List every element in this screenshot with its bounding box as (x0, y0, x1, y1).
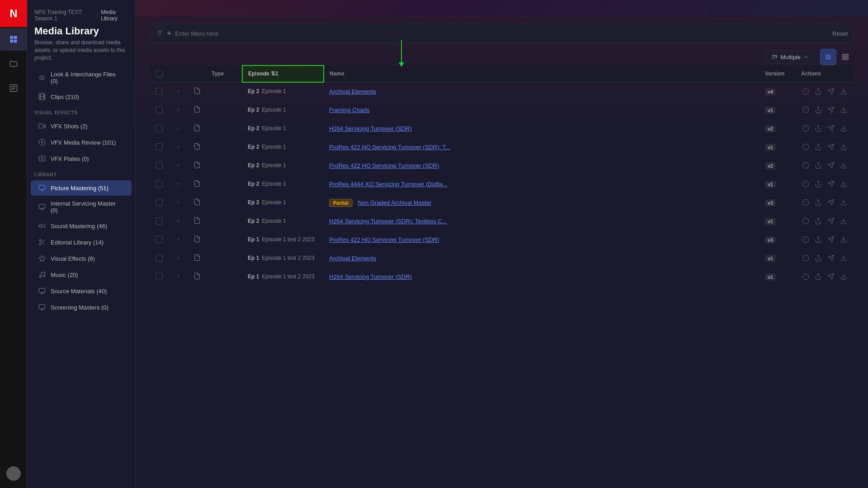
share-button-7[interactable] (814, 198, 823, 207)
download-button-7[interactable] (839, 198, 848, 207)
select-all-checkbox[interactable] (156, 70, 163, 77)
row-checkbox-2[interactable] (156, 106, 163, 113)
sidebar-item-clips[interactable]: Clips (210) (31, 89, 132, 104)
sidebar-item-screening-masters[interactable]: Screening Masters (0) (31, 300, 132, 315)
row-name-link-9[interactable]: ProRes 422 HQ Servicing Turnover (SDR) (329, 236, 439, 243)
share-button-3[interactable] (814, 124, 823, 133)
row-name-link-7[interactable]: Non Graded Archival Master (358, 199, 431, 206)
row-checkbox-1[interactable] (156, 88, 163, 95)
user-avatar[interactable] (6, 466, 21, 481)
download-button-9[interactable] (839, 235, 848, 244)
row-expand-4[interactable] (174, 142, 183, 151)
download-button-8[interactable] (839, 216, 848, 225)
row-expand-10[interactable] (174, 253, 183, 263)
row-name-link-10[interactable]: Archival Elements (329, 255, 376, 262)
send-button-9[interactable] (826, 235, 835, 244)
info-button-10[interactable] (801, 253, 810, 263)
share-button-5[interactable] (814, 161, 823, 170)
row-checkbox-5[interactable] (156, 162, 163, 169)
info-button-4[interactable] (801, 142, 810, 151)
sidebar-item-vfx-media-review[interactable]: VFX Media Review (101) (31, 135, 132, 150)
info-button-3[interactable] (801, 124, 810, 133)
download-button-3[interactable] (839, 124, 848, 133)
send-button-3[interactable] (826, 124, 835, 133)
sidebar-item-sound-mastering[interactable]: Sound Mastering (46) (31, 218, 132, 234)
sidebar-item-look-interchange[interactable]: Look & Interchange Files (0) (31, 67, 132, 88)
grid-view-button[interactable] (837, 49, 854, 65)
row-name-link-11[interactable]: H264 Servicing Turnover (SDR) (329, 273, 412, 280)
send-button-2[interactable] (826, 105, 835, 114)
sort-multiple-button[interactable]: Multiple (765, 51, 815, 64)
row-expand-5[interactable] (174, 161, 183, 170)
share-button-1[interactable] (814, 87, 823, 96)
add-filter-button[interactable]: + (167, 29, 172, 38)
sidebar-item-vfx-plates[interactable]: VFX Plates (0) (31, 151, 132, 166)
send-button-1[interactable] (826, 87, 835, 96)
row-checkbox-11[interactable] (156, 273, 163, 280)
row-expand-7[interactable] (174, 198, 183, 207)
sidebar-item-vfx-shots[interactable]: VFX Shots (2) (31, 118, 132, 134)
row-checkbox-7[interactable] (156, 199, 163, 206)
row-checkbox-9[interactable] (156, 236, 163, 243)
send-button-8[interactable] (826, 216, 835, 225)
rail-list-icon[interactable] (0, 77, 27, 99)
row-name-link-2[interactable]: Framing Charts (329, 107, 370, 113)
share-button-9[interactable] (814, 235, 823, 244)
row-expand-2[interactable] (174, 105, 183, 114)
send-button-7[interactable] (826, 198, 835, 207)
download-button-4[interactable] (839, 142, 848, 151)
rail-folder-icon[interactable] (0, 52, 27, 75)
sidebar-item-source-materials[interactable]: Source Materials (40) (31, 283, 132, 299)
info-button-2[interactable] (801, 105, 810, 114)
info-button-11[interactable] (801, 272, 810, 281)
info-button-1[interactable] (801, 87, 810, 96)
info-button-5[interactable] (801, 161, 810, 170)
row-expand-1[interactable] (174, 87, 183, 96)
info-button-8[interactable] (801, 216, 810, 225)
send-button-11[interactable] (826, 272, 835, 281)
download-button-10[interactable] (839, 253, 848, 263)
row-expand-3[interactable] (174, 124, 183, 133)
episode-column-header[interactable]: Episode ⇅1 (242, 66, 324, 82)
share-button-6[interactable] (814, 179, 823, 188)
send-button-6[interactable] (826, 179, 835, 188)
sidebar-item-visual-effects[interactable]: Visual Effects (8) (31, 251, 132, 266)
row-expand-11[interactable] (174, 272, 183, 281)
filter-reset-button[interactable]: Reset (832, 30, 848, 37)
download-button-2[interactable] (839, 105, 848, 114)
info-button-7[interactable] (801, 198, 810, 207)
rail-media-library-icon[interactable] (0, 28, 27, 51)
share-button-2[interactable] (814, 105, 823, 114)
sidebar-item-music[interactable]: Music (20) (31, 267, 132, 282)
sidebar-item-internal-servicing[interactable]: Internal Servicing Master (0) (31, 197, 132, 217)
row-checkbox-6[interactable] (156, 180, 163, 188)
row-checkbox-3[interactable] (156, 125, 163, 132)
download-button-1[interactable] (839, 87, 848, 96)
row-expand-8[interactable] (174, 216, 183, 225)
row-name-link-8[interactable]: H264 Servicing Turnover (SDR): Textless … (329, 218, 447, 225)
download-button-11[interactable] (839, 272, 848, 281)
download-button-6[interactable] (839, 179, 848, 188)
row-checkbox-4[interactable] (156, 143, 163, 150)
download-button-5[interactable] (839, 161, 848, 170)
row-expand-9[interactable] (174, 235, 183, 244)
row-name-link-1[interactable]: Archival Elements (329, 88, 376, 95)
info-button-6[interactable] (801, 179, 810, 188)
row-expand-6[interactable] (174, 179, 183, 188)
send-button-5[interactable] (826, 161, 835, 170)
info-button-9[interactable] (801, 235, 810, 244)
row-checkbox-8[interactable] (156, 217, 163, 225)
sidebar-item-editorial-library[interactable]: Editorial Library (14) (31, 235, 132, 250)
row-checkbox-10[interactable] (156, 254, 163, 262)
row-name-link-5[interactable]: ProRes 422 HQ Servicing Turnover (SDR) (329, 162, 439, 169)
row-name-link-4[interactable]: ProRes 422 HQ Servicing Turnover (SDR): … (329, 144, 450, 150)
filter-input[interactable] (175, 30, 829, 37)
sidebar-item-picture-mastering[interactable]: Picture Mastering (51) (31, 180, 132, 196)
send-button-10[interactable] (826, 253, 835, 263)
row-name-link-3[interactable]: H264 Servicing Turnover (SDR) (329, 125, 412, 132)
share-button-11[interactable] (814, 272, 823, 281)
send-button-4[interactable] (826, 142, 835, 151)
list-view-button[interactable] (820, 49, 836, 65)
share-button-4[interactable] (814, 142, 823, 151)
share-button-10[interactable] (814, 253, 823, 263)
